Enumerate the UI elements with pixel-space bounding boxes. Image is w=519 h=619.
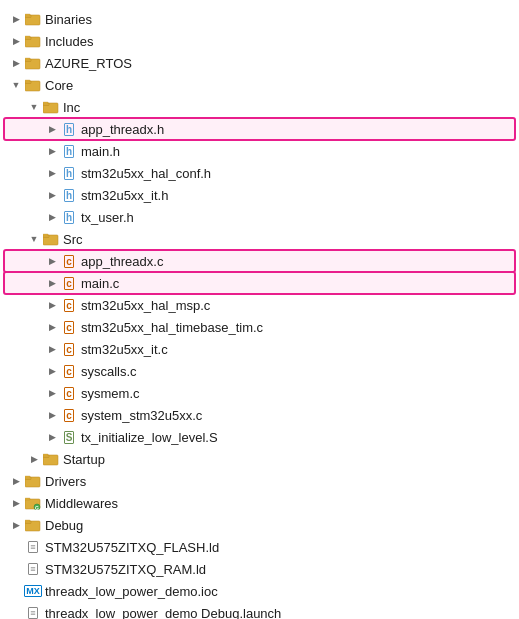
svg-rect-11 — [25, 80, 30, 82]
svg-rect-30 — [25, 520, 30, 522]
arrow-icon — [26, 231, 42, 247]
arrow-icon — [26, 451, 42, 467]
arrow-icon — [8, 495, 24, 511]
folder-icon — [24, 473, 42, 489]
svg-rect-2 — [25, 14, 30, 16]
s-file-icon: S — [64, 431, 75, 444]
c-file-icon: c — [64, 255, 74, 268]
arrow-icon — [44, 209, 60, 225]
arrow-icon — [8, 11, 24, 27]
item-label: Drivers — [45, 474, 511, 489]
tree-item-threadx_low_power_demo_ioc[interactable]: MX threadx_low_power_demo.ioc — [4, 580, 515, 602]
svg-rect-20 — [43, 454, 48, 456]
h-file-icon-wrap: h — [60, 165, 78, 181]
arrow-icon — [44, 275, 60, 291]
tree-item-debug[interactable]: Debug — [4, 514, 515, 536]
tree-item-threadx_low_power_demo_launch[interactable]: ≡ threadx_low_power_demo Debug.launch — [4, 602, 515, 619]
arrow-icon — [44, 297, 60, 313]
h-file-icon-wrap: h — [60, 187, 78, 203]
item-label: Inc — [63, 100, 511, 115]
tree-item-stm32u5xx_it_h[interactable]: h stm32u5xx_it.h — [4, 184, 515, 206]
arrow-icon — [44, 319, 60, 335]
svg-rect-25 — [25, 498, 30, 500]
tree-item-main_c[interactable]: c main.c — [4, 272, 515, 294]
item-label: threadx_low_power_demo Debug.launch — [45, 606, 511, 620]
tree-item-drivers[interactable]: Drivers — [4, 470, 515, 492]
arrow-icon — [44, 165, 60, 181]
tree-item-tx_initialize_low_level_s[interactable]: S tx_initialize_low_level.S — [4, 426, 515, 448]
S-file-icon-wrap: S — [60, 429, 78, 445]
item-label: stm32u5xx_it.h — [81, 188, 511, 203]
folder-icon — [24, 77, 42, 93]
svg-rect-14 — [43, 102, 48, 104]
file-tree: Binaries Includes AZURE_RTOS Core Inc — [4, 8, 515, 619]
arrow-icon — [26, 99, 42, 115]
arrow-icon — [44, 253, 60, 269]
tree-item-inc[interactable]: Inc — [4, 96, 515, 118]
item-label: main.h — [81, 144, 511, 159]
tree-item-app_threadx_h[interactable]: h app_threadx.h — [4, 118, 515, 140]
folder-icon — [42, 99, 60, 115]
arrow-icon — [8, 539, 24, 555]
c-file-icon: c — [64, 409, 74, 422]
svg-rect-8 — [25, 58, 30, 60]
item-label: threadx_low_power_demo.ioc — [45, 584, 511, 599]
svg-rect-17 — [43, 234, 48, 236]
item-label: tx_initialize_low_level.S — [81, 430, 511, 445]
h-file-icon: h — [64, 167, 74, 180]
tree-item-azure_rtos[interactable]: AZURE_RTOS — [4, 52, 515, 74]
arrow-icon — [44, 429, 60, 445]
ld-file-icon-wrap: ≡ — [24, 539, 42, 555]
ioc-file-icon-wrap: MX — [24, 583, 42, 599]
ld-file-icon: ≡ — [28, 541, 37, 553]
tree-item-system_stm32u5xx_c[interactable]: c system_stm32u5xx.c — [4, 404, 515, 426]
h-file-icon: h — [64, 123, 74, 136]
tree-item-src[interactable]: Src — [4, 228, 515, 250]
tree-item-stm32u5xx_it_c[interactable]: c stm32u5xx_it.c — [4, 338, 515, 360]
tree-item-main_h[interactable]: h main.h — [4, 140, 515, 162]
folder-icon — [42, 231, 60, 247]
tree-item-binaries[interactable]: Binaries — [4, 8, 515, 30]
svg-text:G: G — [35, 505, 39, 511]
h-file-icon: h — [64, 189, 74, 202]
folder-icon — [24, 517, 42, 533]
c-file-icon: c — [64, 387, 74, 400]
tree-item-stm32u575zitxq_ram_ld[interactable]: ≡ STM32U575ZITXQ_RAM.ld — [4, 558, 515, 580]
svg-rect-23 — [25, 476, 30, 478]
arrow-icon — [8, 605, 24, 619]
tree-item-syscalls_c[interactable]: c syscalls.c — [4, 360, 515, 382]
tree-item-stm32u575zitxq_flash_ld[interactable]: ≡ STM32U575ZITXQ_FLASH.ld — [4, 536, 515, 558]
ld-file-icon: ≡ — [28, 563, 37, 575]
item-label: STM32U575ZITXQ_RAM.ld — [45, 562, 511, 577]
item-label: Startup — [63, 452, 511, 467]
item-label: stm32u5xx_hal_msp.c — [81, 298, 511, 313]
arrow-icon — [44, 187, 60, 203]
h-file-icon-wrap: h — [60, 209, 78, 225]
tree-item-includes[interactable]: Includes — [4, 30, 515, 52]
launch-file-icon: ≡ — [28, 607, 37, 619]
c-file-icon-wrap: c — [60, 297, 78, 313]
h-file-icon: h — [64, 145, 74, 158]
tree-item-startup[interactable]: Startup — [4, 448, 515, 470]
c-file-icon-wrap: c — [60, 253, 78, 269]
item-label: Includes — [45, 34, 511, 49]
tree-item-middlewares[interactable]: G Middlewares — [4, 492, 515, 514]
item-label: syscalls.c — [81, 364, 511, 379]
arrow-icon — [44, 363, 60, 379]
launch-file-icon-wrap: ≡ — [24, 605, 42, 619]
tree-item-stm32u5xx_hal_conf_h[interactable]: h stm32u5xx_hal_conf.h — [4, 162, 515, 184]
arrow-icon — [44, 121, 60, 137]
ioc-file-icon: MX — [24, 585, 42, 597]
h-file-icon: h — [64, 211, 74, 224]
c-file-icon-wrap: c — [60, 319, 78, 335]
tree-item-tx_user_h[interactable]: h tx_user.h — [4, 206, 515, 228]
tree-item-app_threadx_c[interactable]: c app_threadx.c — [4, 250, 515, 272]
c-file-icon: c — [64, 277, 74, 290]
c-file-icon-wrap: c — [60, 363, 78, 379]
tree-item-sysmem_c[interactable]: c sysmem.c — [4, 382, 515, 404]
arrow-icon — [8, 473, 24, 489]
tree-item-stm32u5xx_hal_msp_c[interactable]: c stm32u5xx_hal_msp.c — [4, 294, 515, 316]
c-file-icon-wrap: c — [60, 407, 78, 423]
tree-item-stm32u5xx_hal_timebase_tim_c[interactable]: c stm32u5xx_hal_timebase_tim.c — [4, 316, 515, 338]
tree-item-core[interactable]: Core — [4, 74, 515, 96]
